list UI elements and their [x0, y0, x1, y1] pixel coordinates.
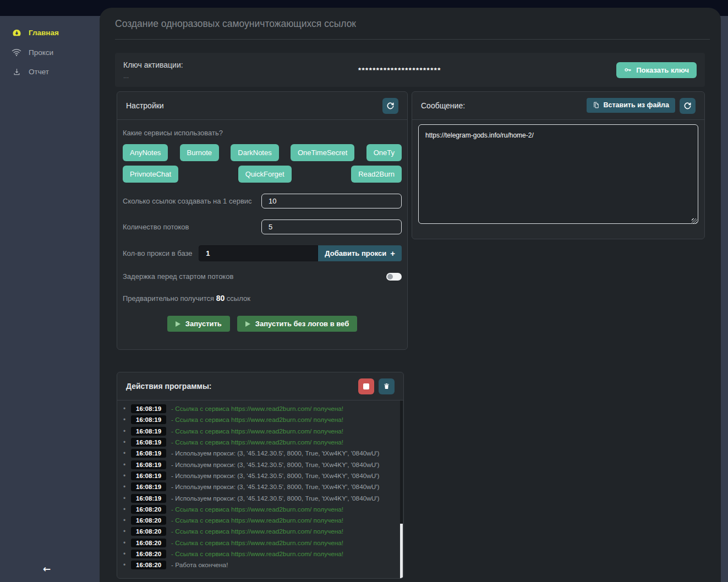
log-message: - Используем прокси: (3, '45.142.30.5', …: [171, 483, 379, 491]
threads-row: Количество потоков: [123, 219, 402, 234]
log-timestamp: 16:08:20: [131, 527, 166, 536]
log-message: - Ссылка с сервиса https://www.read2burn…: [171, 517, 343, 524]
log-entry: • 16:08:19 - Используем прокси: (3, '45.…: [123, 492, 396, 503]
delay-toggle[interactable]: [386, 273, 402, 281]
trash-icon: [383, 382, 390, 390]
show-key-button[interactable]: Показать ключ: [616, 62, 697, 78]
bullet-icon: •: [123, 561, 131, 569]
service-button[interactable]: Read2Burn: [351, 166, 402, 183]
run-button-label: Запустить: [185, 320, 222, 328]
message-header: Сообщение: Вставить из файла: [412, 92, 704, 120]
play-icon: [176, 321, 180, 327]
paste-icon: [593, 101, 600, 109]
log-actions: [358, 378, 395, 394]
settings-panel: Настройки Какие сервисы использовать? An…: [117, 91, 408, 350]
run-button[interactable]: Запустить: [167, 316, 230, 332]
preview-prefix: Предварительно получится: [123, 294, 214, 303]
preview-count: 80: [216, 294, 225, 303]
log-scrollbar-thumb[interactable]: [400, 524, 403, 579]
log-timestamp: 16:08:19: [131, 494, 166, 503]
bullet-icon: •: [123, 472, 131, 480]
log-message: - Ссылка с сервиса https://www.read2burn…: [171, 438, 343, 446]
sidebar-nav: Главная Прокси Отчет: [0, 16, 100, 81]
log-timestamp: 16:08:20: [131, 561, 166, 569]
settings-title: Настройки: [126, 101, 164, 110]
links-per-service-label: Сколько ссылок создавать на 1 сервис: [123, 197, 252, 205]
log-entry: • 16:08:20 - Работа окончена!: [123, 559, 396, 570]
log-entry: • 16:08:19 - Ссылка с сервиса https://ww…: [123, 403, 396, 414]
log-message: - Ссылка с сервиса https://www.read2burn…: [171, 427, 343, 435]
refresh-icon: [386, 102, 395, 110]
sidebar-item-home[interactable]: Главная: [0, 23, 100, 43]
links-per-service-row: Сколько ссылок создавать на 1 сервис: [123, 194, 402, 208]
sidebar-collapse-arrow-icon[interactable]: ←: [43, 563, 51, 574]
log-entry: • 16:08:20 - Ссылка с сервиса https://ww…: [123, 537, 396, 548]
links-per-service-input[interactable]: [261, 194, 402, 208]
log-list[interactable]: • 16:08:19 - Ссылка с сервиса https://ww…: [117, 400, 403, 579]
main-content: Создание одноразовых самоуничтожающихся …: [100, 8, 721, 582]
activation-key-label: Ключ активации:: [123, 61, 183, 69]
add-proxy-button[interactable]: Добавить прокси +: [318, 245, 402, 261]
sidebar: Главная Прокси Отчет ←: [0, 16, 100, 582]
log-message: - Ссылка с сервиса https://www.read2burn…: [171, 539, 343, 547]
message-textarea[interactable]: https://telegram-gods.info/ru/home-2/: [418, 124, 698, 224]
stop-button[interactable]: [358, 378, 374, 394]
bullet-icon: •: [123, 495, 131, 502]
log-entry: • 16:08:19 - Используем прокси: (3, '45.…: [123, 448, 396, 459]
services-row-2: PrivnoteChat QuickForget Read2Burn: [123, 166, 402, 183]
sidebar-item-label: Прокси: [29, 48, 53, 57]
log-message: - Ссылка с сервиса https://www.read2burn…: [171, 506, 343, 513]
log-message: - Ссылка с сервиса https://www.read2burn…: [171, 405, 343, 413]
bullet-icon: •: [123, 528, 131, 535]
settings-refresh-button[interactable]: [382, 98, 398, 114]
settings-header: Настройки: [117, 92, 407, 120]
refresh-icon: [683, 102, 692, 110]
key-icon: [624, 66, 632, 74]
stop-icon: [363, 383, 369, 389]
clear-log-button[interactable]: [379, 378, 395, 394]
service-button[interactable]: PrivnoteChat: [123, 166, 178, 183]
show-key-button-label: Показать ключ: [636, 66, 689, 74]
run-no-logs-button[interactable]: Запустить без логов в веб: [237, 316, 357, 332]
log-timestamp: 16:08:19: [131, 460, 166, 469]
log-timestamp: 16:08:19: [131, 427, 166, 436]
log-message: - Ссылка с сервиса https://www.read2burn…: [171, 550, 343, 558]
service-button[interactable]: Burnote: [180, 144, 220, 161]
proxy-count-input[interactable]: [199, 245, 318, 261]
log-entry: • 16:08:20 - Ссылка с сервиса https://ww…: [123, 515, 396, 526]
delay-row: Задержка перед стартом потоков: [123, 272, 402, 281]
wifi-icon: [12, 48, 21, 57]
service-button[interactable]: OneTimeSecret: [291, 144, 355, 161]
log-timestamp: 16:08:20: [131, 505, 166, 514]
log-message: - Ссылка с сервиса https://www.read2burn…: [171, 528, 343, 535]
log-message: - Используем прокси: (3, '45.142.30.5', …: [171, 449, 379, 457]
resize-grip-icon[interactable]: [692, 218, 697, 224]
sidebar-item-proxy[interactable]: Прокси: [0, 43, 100, 62]
log-timestamp: 16:08:19: [131, 415, 166, 424]
log-entry: • 16:08:19 - Используем прокси: (3, '45.…: [123, 459, 396, 470]
bullet-icon: •: [123, 506, 131, 513]
log-panel: Действия программы: • 16:08:19: [117, 372, 404, 579]
activation-labels: Ключ активации: ...: [123, 61, 183, 80]
proxy-input-group: Добавить прокси +: [199, 245, 402, 261]
log-message: - Используем прокси: (3, '45.142.30.5', …: [171, 495, 379, 502]
bullet-icon: •: [123, 461, 131, 469]
title-divider: [115, 39, 710, 40]
service-button[interactable]: QuickForget: [238, 166, 292, 183]
log-timestamp: 16:08:20: [131, 516, 166, 525]
log-message: - Используем прокси: (3, '45.142.30.5', …: [171, 472, 379, 480]
service-button[interactable]: AnyNotes: [123, 144, 168, 161]
services-question: Какие сервисы использовать?: [123, 129, 402, 137]
sidebar-item-report[interactable]: Отчет: [0, 62, 100, 81]
service-button[interactable]: DarkNotes: [231, 144, 278, 161]
preview-suffix: ссылок: [227, 294, 250, 303]
service-button[interactable]: OneTy: [366, 144, 402, 161]
services-row-1: AnyNotes Burnote DarkNotes OneTimeSecret…: [123, 144, 402, 161]
insert-from-file-button[interactable]: Вставить из файла: [587, 98, 675, 113]
bullet-icon: •: [123, 550, 131, 558]
message-refresh-button[interactable]: [680, 98, 696, 114]
threads-input[interactable]: [261, 219, 402, 234]
run-buttons-row: Запустить Запустить без логов в веб: [123, 316, 402, 332]
bullet-icon: •: [123, 483, 131, 491]
log-entry: • 16:08:20 - Ссылка с сервиса https://ww…: [123, 504, 396, 515]
